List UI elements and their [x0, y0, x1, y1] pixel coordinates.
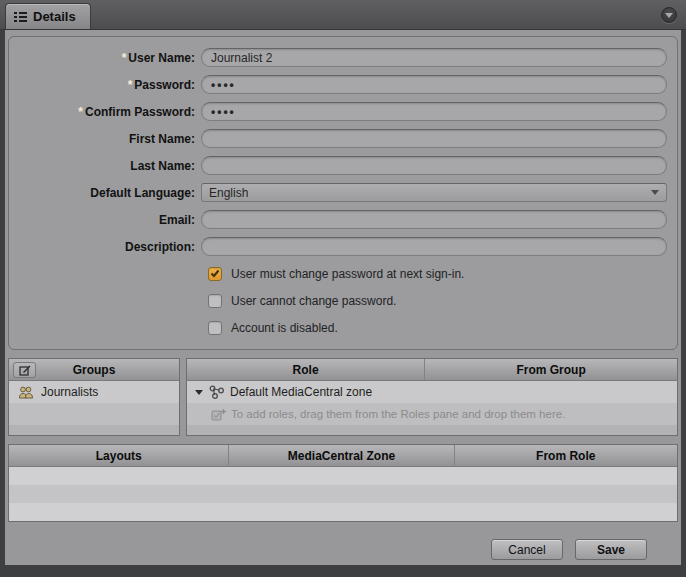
- confirm-password-field[interactable]: [201, 102, 667, 121]
- form-row-password: *Password:: [9, 71, 677, 98]
- account-disabled-checkbox[interactable]: [208, 321, 222, 335]
- groups-header: Groups: [9, 359, 179, 381]
- edit-icon: [19, 364, 31, 376]
- must-change-password-checkbox[interactable]: [208, 267, 222, 281]
- first-name-field[interactable]: [201, 129, 667, 148]
- password-label: *Password:: [9, 78, 201, 92]
- role-column-header[interactable]: Role: [187, 359, 425, 380]
- cannot-change-password-label: User cannot change password.: [231, 294, 396, 308]
- check-icon: [210, 269, 220, 278]
- default-language-value: English: [209, 186, 248, 200]
- layouts-table: Layouts MediaCentral Zone From Role: [8, 444, 678, 522]
- tab-details-label: Details: [33, 9, 76, 24]
- role-row-default-zone[interactable]: Default MediaCentral zone: [187, 381, 677, 403]
- user-name-field[interactable]: [201, 48, 667, 67]
- roles-panel-filler: [187, 425, 677, 435]
- required-marker: *: [122, 51, 127, 65]
- chevron-down-icon: [665, 13, 673, 18]
- groups-title: Groups: [73, 363, 116, 377]
- roles-drop-hint-row: To add roles, drag them from the Roles p…: [187, 403, 677, 425]
- group-item-label: Journalists: [41, 385, 98, 399]
- last-name-field[interactable]: [201, 156, 667, 175]
- form-row-description: Description:: [9, 233, 677, 260]
- checkbox-row-must-change-password: User must change password at next sign-i…: [9, 260, 677, 287]
- group-item-journalists[interactable]: Journalists: [9, 381, 179, 403]
- layouts-table-header: Layouts MediaCentral Zone From Role: [9, 445, 677, 467]
- email-field[interactable]: [201, 210, 667, 229]
- add-role-icon: [211, 408, 227, 421]
- roles-header: Role From Group: [187, 359, 677, 381]
- table-row: [9, 485, 677, 503]
- details-list-icon: [14, 12, 27, 22]
- layouts-column-header[interactable]: Layouts: [9, 445, 229, 466]
- groups-panel: Groups Journalists: [8, 358, 180, 436]
- edit-groups-button[interactable]: [13, 362, 36, 378]
- group-icon: [18, 386, 34, 399]
- first-name-label: First Name:: [9, 132, 201, 146]
- password-field[interactable]: [201, 75, 667, 94]
- collapse-caret-icon[interactable]: [195, 390, 203, 395]
- form-row-email: Email:: [9, 206, 677, 233]
- form-row-confirm-password: *Confirm Password:: [9, 98, 677, 125]
- mediacentral-zone-column-header[interactable]: MediaCentral Zone: [229, 445, 454, 466]
- description-label: Description:: [9, 240, 201, 254]
- roles-drop-hint-text: To add roles, drag them from the Roles p…: [231, 408, 565, 420]
- confirm-password-label: *Confirm Password:: [9, 105, 201, 119]
- default-language-select[interactable]: English: [201, 183, 667, 202]
- user-name-label: *User Name:: [9, 51, 201, 65]
- description-field[interactable]: [201, 237, 667, 256]
- tab-bar: Details: [0, 0, 686, 30]
- checkbox-row-cannot-change-password: User cannot change password.: [9, 287, 677, 314]
- role-row-label: Default MediaCentral zone: [230, 385, 372, 399]
- checkbox-row-account-disabled: Account is disabled.: [9, 314, 677, 341]
- from-group-column-header[interactable]: From Group: [425, 363, 677, 377]
- form-row-first-name: First Name:: [9, 125, 677, 152]
- panel-menu-button[interactable]: [661, 7, 677, 23]
- from-role-column-header[interactable]: From Role: [455, 445, 677, 466]
- cancel-button[interactable]: Cancel: [491, 539, 563, 560]
- groups-panel-filler: [9, 425, 179, 435]
- user-details-form: *User Name: *Password: *Confirm Password…: [8, 36, 678, 350]
- table-row: [9, 503, 677, 521]
- form-row-default-language: Default Language: English: [9, 179, 677, 206]
- form-row-user-name: *User Name:: [9, 44, 677, 71]
- save-button[interactable]: Save: [575, 539, 647, 560]
- roles-panel: Role From Group Default MediaCentral zon…: [186, 358, 678, 436]
- tab-details[interactable]: Details: [5, 3, 91, 29]
- default-language-label: Default Language:: [9, 186, 201, 200]
- footer-actions: Cancel Save: [8, 539, 647, 560]
- account-disabled-label: Account is disabled.: [231, 321, 338, 335]
- user-details-window: Details *User Name: *Password: *Confirm …: [0, 0, 686, 577]
- last-name-label: Last Name:: [9, 159, 201, 173]
- must-change-password-label: User must change password at next sign-i…: [231, 267, 464, 281]
- chevron-down-icon: [651, 190, 659, 195]
- email-label: Email:: [9, 213, 201, 227]
- cannot-change-password-checkbox[interactable]: [208, 294, 222, 308]
- group-empty-row: [9, 403, 179, 425]
- details-content: *User Name: *Password: *Confirm Password…: [5, 30, 681, 565]
- groups-roles-section: Groups Journalists Role: [8, 358, 678, 436]
- required-marker: *: [128, 78, 133, 92]
- form-row-last-name: Last Name:: [9, 152, 677, 179]
- table-row: [9, 467, 677, 485]
- required-marker: *: [78, 105, 83, 119]
- role-icon: [209, 385, 224, 399]
